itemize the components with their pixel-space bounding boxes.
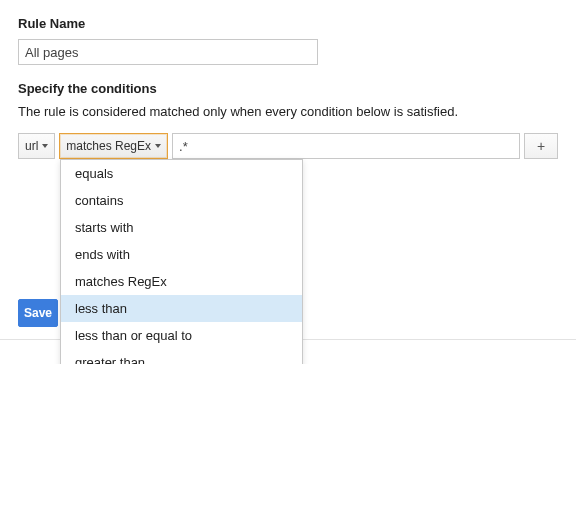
field-dropdown-value: url: [25, 139, 38, 153]
operator-option[interactable]: less than: [61, 295, 302, 322]
conditions-description: The rule is considered matched only when…: [18, 104, 566, 119]
operator-option[interactable]: contains: [61, 187, 302, 214]
chevron-down-icon: [42, 144, 48, 148]
pattern-input[interactable]: [172, 133, 520, 159]
save-button-label: Save: [24, 306, 52, 320]
chevron-down-icon: [155, 144, 161, 148]
save-button[interactable]: Save: [18, 299, 58, 327]
operator-option[interactable]: starts with: [61, 214, 302, 241]
operator-dropdown[interactable]: matches RegEx: [59, 133, 168, 159]
operator-option[interactable]: matches RegEx: [61, 268, 302, 295]
operator-option[interactable]: ends with: [61, 241, 302, 268]
operator-dropdown-value: matches RegEx: [66, 139, 151, 153]
operator-option[interactable]: less than or equal to: [61, 322, 302, 349]
field-dropdown[interactable]: url: [18, 133, 55, 159]
rule-name-input[interactable]: [18, 39, 318, 65]
operator-dropdown-menu: equals contains starts with ends with ma…: [60, 159, 303, 364]
plus-icon: +: [537, 138, 545, 154]
operator-option[interactable]: equals: [61, 160, 302, 187]
condition-row: url matches RegEx +: [18, 133, 558, 159]
rule-name-label: Rule Name: [18, 16, 566, 31]
add-condition-button[interactable]: +: [524, 133, 558, 159]
conditions-heading: Specify the conditions: [18, 81, 566, 96]
operator-option[interactable]: greater than: [61, 349, 302, 364]
